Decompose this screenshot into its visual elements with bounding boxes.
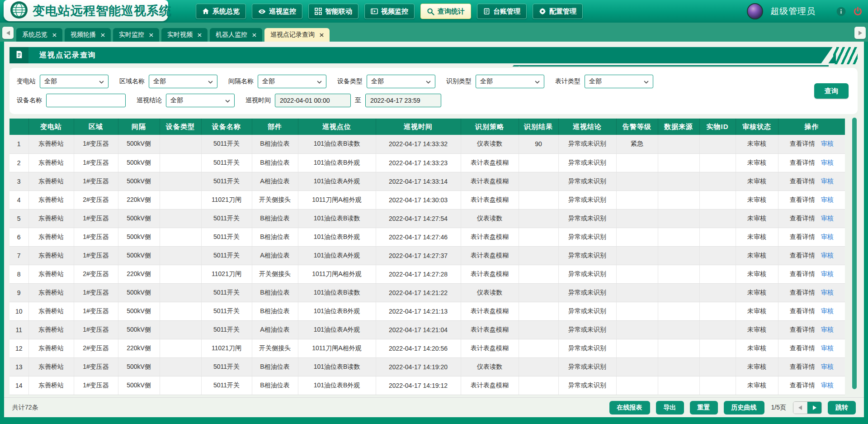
cell-index: 5 bbox=[9, 209, 28, 228]
audit-link[interactable]: 审核 bbox=[821, 196, 834, 203]
tabs: 系统总览 视频轮播 实时监控 实时视频 bbox=[16, 28, 330, 42]
audit-link[interactable]: 审核 bbox=[821, 307, 834, 314]
filter-label: 识别类型 bbox=[446, 77, 472, 86]
close-icon[interactable] bbox=[52, 33, 57, 37]
conclusion-select[interactable]: 全部 bbox=[166, 94, 235, 107]
info-icon[interactable] bbox=[836, 7, 846, 16]
cell-station: 东善桥站 bbox=[28, 246, 74, 265]
tab[interactable]: 系统总览 bbox=[16, 28, 62, 42]
audit-link[interactable]: 审核 bbox=[821, 252, 834, 259]
tab[interactable]: 视频轮播 bbox=[65, 28, 111, 42]
table-row: 13 东善桥站 1#变压器 500kV侧 5011开关 B相油位表 101油位表… bbox=[9, 357, 845, 376]
cell-station: 东善桥站 bbox=[28, 339, 74, 357]
cell-time: 2022-04-17 14:33:14 bbox=[376, 172, 461, 191]
prev-page-icon[interactable] bbox=[793, 402, 807, 414]
device-name-input[interactable] bbox=[46, 94, 126, 107]
close-icon[interactable] bbox=[101, 33, 105, 37]
cell-index: 1 bbox=[9, 135, 28, 153]
nav-button-label: 系统总览 bbox=[212, 7, 240, 16]
footer-button[interactable]: 历史曲线 bbox=[724, 401, 764, 414]
view-detail-link[interactable]: 查看详情 bbox=[790, 252, 815, 259]
view-detail-link[interactable]: 查看详情 bbox=[790, 289, 815, 296]
filter-select[interactable]: 全部 bbox=[367, 75, 435, 88]
close-icon[interactable] bbox=[149, 33, 153, 37]
footer-button[interactable]: 导出 bbox=[656, 401, 684, 414]
cell-physical-id bbox=[699, 302, 736, 320]
audit-link[interactable]: 审核 bbox=[821, 381, 834, 389]
view-detail-link[interactable]: 查看详情 bbox=[790, 177, 815, 185]
cell-audit-status: 未审核 bbox=[736, 265, 778, 283]
audit-link[interactable]: 审核 bbox=[821, 177, 834, 185]
cell-result bbox=[519, 302, 558, 320]
view-detail-link[interactable]: 查看详情 bbox=[790, 196, 815, 203]
vertical-scrollbar[interactable] bbox=[852, 118, 857, 389]
nav-button[interactable]: 智能联动 bbox=[308, 4, 359, 19]
time-to-input[interactable]: 2022-04-17 23:59 bbox=[365, 94, 441, 107]
view-detail-link[interactable]: 查看详情 bbox=[790, 363, 815, 370]
audit-link[interactable]: 审核 bbox=[821, 326, 834, 333]
view-detail-link[interactable]: 查看详情 bbox=[790, 159, 815, 166]
view-detail-link[interactable]: 查看详情 bbox=[790, 233, 815, 240]
ledger-icon bbox=[483, 8, 490, 15]
audit-link[interactable]: 审核 bbox=[821, 214, 834, 222]
filter-select[interactable]: 全部 bbox=[40, 75, 108, 88]
audit-link[interactable]: 审核 bbox=[821, 270, 834, 277]
filter-select-value: 全部 bbox=[371, 77, 384, 86]
view-detail-link[interactable]: 查看详情 bbox=[790, 326, 815, 333]
tab[interactable]: 机器人监控 bbox=[210, 28, 262, 42]
filter-select[interactable]: 全部 bbox=[476, 75, 544, 88]
view-detail-link[interactable]: 查看详情 bbox=[790, 307, 815, 314]
nav-button[interactable]: 视频监控 bbox=[364, 4, 415, 19]
cell-area: 1#变压器 bbox=[74, 302, 118, 320]
cell-part: A相油位表 bbox=[252, 246, 298, 265]
filter-select[interactable]: 全部 bbox=[258, 75, 326, 88]
tab-scroll-right-icon[interactable] bbox=[854, 27, 866, 39]
tab[interactable]: 巡视点记录查询 bbox=[264, 28, 330, 42]
power-icon[interactable] bbox=[853, 7, 863, 16]
audit-link[interactable]: 审核 bbox=[821, 344, 834, 352]
cell-data-source bbox=[658, 135, 699, 153]
cell-area: 2#变压器 bbox=[74, 265, 118, 283]
nav-button[interactable]: 系统总览 bbox=[196, 4, 246, 19]
audit-link[interactable]: 审核 bbox=[821, 233, 834, 240]
nav-button[interactable]: 巡视监控 bbox=[252, 4, 302, 19]
audit-link[interactable]: 审核 bbox=[821, 159, 834, 166]
footer-button[interactable]: 在线报表 bbox=[609, 401, 650, 414]
nav-button[interactable]: 台账管理 bbox=[477, 4, 527, 19]
nav-button[interactable]: 查询统计 bbox=[420, 4, 471, 19]
close-icon[interactable] bbox=[320, 33, 324, 37]
view-detail-link[interactable]: 查看详情 bbox=[790, 214, 815, 222]
tab-scroll-left-icon[interactable] bbox=[2, 27, 14, 39]
chevron-down-icon bbox=[99, 78, 104, 85]
audit-link[interactable]: 审核 bbox=[821, 140, 834, 147]
cell-data-source bbox=[658, 283, 699, 302]
audit-link[interactable]: 审核 bbox=[821, 363, 834, 370]
cell-bay: 220kV侧 bbox=[118, 339, 160, 357]
cell-device-type bbox=[160, 191, 201, 209]
nav-button[interactable]: 配置管理 bbox=[533, 4, 583, 19]
view-detail-link[interactable]: 查看详情 bbox=[790, 270, 815, 277]
cell-time: 2022-04-17 14:33:32 bbox=[376, 135, 461, 153]
view-detail-link[interactable]: 查看详情 bbox=[790, 381, 815, 389]
jump-button[interactable]: 跳转 bbox=[828, 401, 856, 414]
filter-select[interactable]: 全部 bbox=[585, 75, 653, 88]
search-button[interactable]: 查询 bbox=[814, 83, 849, 99]
next-page-icon[interactable] bbox=[807, 402, 821, 414]
tab[interactable]: 实时监控 bbox=[113, 28, 159, 42]
tab[interactable]: 实时视频 bbox=[161, 28, 208, 42]
audit-link[interactable]: 审核 bbox=[821, 289, 834, 296]
close-icon[interactable] bbox=[252, 33, 256, 37]
cell-alarm-level bbox=[616, 172, 658, 191]
cell-device-name: 5011开关 bbox=[201, 376, 252, 395]
col-conclusion: 巡视结论 bbox=[558, 119, 616, 135]
cell-point: 101油位表B读数 bbox=[298, 209, 376, 228]
chevron-down-icon bbox=[225, 97, 230, 104]
cell-point: 1011刀闸A相外观 bbox=[298, 265, 376, 283]
time-from-input[interactable]: 2022-04-01 00:00 bbox=[275, 94, 351, 107]
footer-button[interactable]: 重置 bbox=[690, 401, 718, 414]
close-icon[interactable] bbox=[198, 33, 202, 37]
filter-select[interactable]: 全部 bbox=[149, 75, 217, 88]
avatar[interactable] bbox=[747, 3, 763, 19]
view-detail-link[interactable]: 查看详情 bbox=[790, 140, 815, 147]
view-detail-link[interactable]: 查看详情 bbox=[790, 344, 815, 352]
